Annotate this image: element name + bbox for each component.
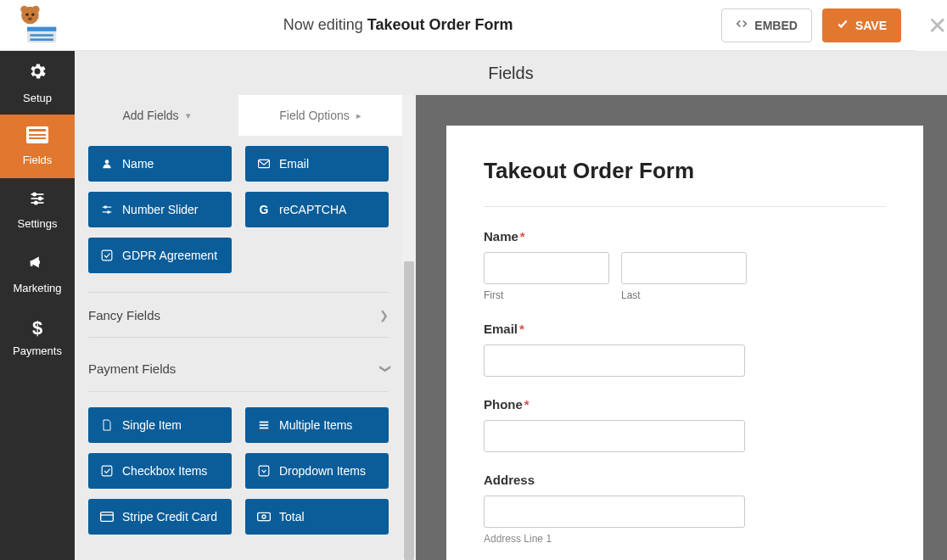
- field-label: reCAPTCHA: [279, 203, 346, 216]
- field-total[interactable]: Total: [245, 499, 389, 535]
- required-mark: *: [519, 322, 524, 336]
- field-label: Checkbox Items: [122, 464, 207, 478]
- nav-label: Setup: [23, 92, 52, 104]
- list-icon: [257, 420, 271, 430]
- svg-point-21: [105, 160, 109, 164]
- nav-settings[interactable]: Settings: [0, 178, 75, 242]
- panel-tabs: Add Fields ▾ Field Options ▸: [75, 95, 402, 136]
- form-title: Takeout Order Form: [484, 158, 886, 184]
- preview-field-address[interactable]: Address Address Line 1: [484, 473, 886, 545]
- chevron-right-icon: ❯: [379, 309, 389, 322]
- svg-point-17: [33, 193, 36, 195]
- field-label: Address: [484, 473, 886, 487]
- field-label: Single Item: [122, 418, 182, 432]
- field-dropdown-items[interactable]: Dropdown Items: [245, 453, 389, 489]
- svg-rect-12: [29, 134, 46, 136]
- preview-field-name[interactable]: Name* First Last: [484, 229, 886, 301]
- top-bar: Now editing Takeout Order Form EMBED SAV…: [0, 0, 916, 51]
- chevron-down-icon: ▾: [186, 110, 191, 121]
- credit-card-icon: [100, 512, 114, 522]
- check-square-icon: [100, 249, 114, 261]
- field-label: Number Slider: [122, 203, 198, 216]
- svg-rect-11: [29, 129, 46, 132]
- svg-rect-13: [29, 137, 46, 139]
- chevron-down-icon: ❮: [378, 364, 390, 373]
- group-payment-fields[interactable]: Payment Fields ❮: [88, 346, 389, 392]
- svg-rect-31: [102, 466, 112, 476]
- app-logo: [0, 5, 75, 46]
- embed-button[interactable]: EMBED: [721, 8, 812, 42]
- close-button[interactable]: ✕: [922, 10, 947, 41]
- left-nav: Setup Fields Settings Marketing $ Paymen…: [0, 51, 75, 560]
- group-label: Fancy Fields: [88, 308, 160, 322]
- nav-label: Fields: [23, 154, 53, 166]
- field-label: GDPR Agreement: [122, 249, 217, 262]
- code-icon: [736, 18, 748, 32]
- nav-label: Settings: [18, 217, 58, 230]
- field-single-item[interactable]: Single Item: [88, 407, 232, 443]
- field-name[interactable]: Name: [88, 146, 232, 182]
- group-fancy-fields[interactable]: Fancy Fields ❯: [88, 292, 389, 338]
- svg-rect-32: [259, 466, 269, 476]
- svg-point-1: [20, 5, 28, 13]
- field-multiple-items[interactable]: Multiple Items: [245, 407, 389, 443]
- nav-fields[interactable]: Fields: [0, 115, 75, 178]
- form-preview[interactable]: Takeout Order Form Name* First Last Emai…: [446, 126, 923, 560]
- field-number-slider[interactable]: Number Slider: [88, 192, 232, 227]
- tab-add-fields[interactable]: Add Fields ▾: [75, 95, 238, 136]
- field-label: Total: [279, 510, 305, 524]
- svg-rect-8: [30, 34, 53, 36]
- nav-marketing[interactable]: Marketing: [0, 242, 75, 305]
- email-input[interactable]: [484, 344, 745, 377]
- google-icon: G: [257, 203, 271, 216]
- editing-title: Now editing Takeout Order Form: [75, 16, 721, 34]
- preview-field-phone[interactable]: Phone*: [484, 397, 886, 452]
- save-button[interactable]: SAVE: [822, 8, 901, 42]
- group-label: Payment Fields: [88, 361, 176, 376]
- embed-label: EMBED: [754, 19, 798, 32]
- last-name-input[interactable]: [621, 252, 747, 284]
- first-name-input[interactable]: [484, 252, 609, 284]
- field-label: Name: [122, 157, 154, 171]
- save-label: SAVE: [855, 19, 887, 32]
- gear-icon: [27, 61, 48, 87]
- nav-payments[interactable]: $ Payments: [0, 305, 75, 369]
- tab-field-options[interactable]: Field Options ▸: [238, 95, 402, 136]
- field-label: Multiple Items: [279, 418, 352, 432]
- svg-point-4: [31, 13, 34, 15]
- fields-panel: Add Fields ▾ Field Options ▸ Name Email: [75, 95, 416, 560]
- field-gdpr[interactable]: GDPR Agreement: [88, 238, 232, 273]
- panel-scrollbar[interactable]: [402, 95, 416, 560]
- svg-point-5: [28, 17, 32, 20]
- required-mark: *: [524, 397, 530, 412]
- tab-label: Add Fields: [122, 109, 178, 122]
- svg-rect-33: [101, 512, 114, 522]
- field-stripe-cc[interactable]: Stripe Credit Card: [88, 499, 232, 535]
- user-icon: [100, 158, 114, 170]
- svg-rect-27: [102, 250, 112, 260]
- sliders-icon: [100, 204, 114, 216]
- nav-setup[interactable]: Setup: [0, 51, 75, 115]
- field-email[interactable]: Email: [245, 146, 389, 182]
- check-square-icon: [100, 465, 114, 477]
- caret-square-icon: [257, 465, 271, 477]
- top-actions: EMBED SAVE: [721, 8, 916, 42]
- svg-point-36: [262, 515, 266, 518]
- mail-icon: [257, 159, 271, 169]
- chevron-right-icon: ▸: [356, 110, 361, 121]
- form-icon: [26, 126, 48, 148]
- field-checkbox-items[interactable]: Checkbox Items: [88, 453, 232, 489]
- svg-point-2: [32, 5, 40, 13]
- address-input[interactable]: [484, 496, 745, 528]
- sublabel-first: First: [484, 289, 609, 301]
- form-name: Takeout Order Form: [367, 16, 513, 33]
- svg-rect-20: [31, 260, 33, 266]
- divider: [484, 206, 886, 207]
- scrollbar-thumb[interactable]: [404, 261, 414, 560]
- phone-input[interactable]: [484, 420, 745, 452]
- field-recaptcha[interactable]: G reCAPTCHA: [245, 192, 389, 227]
- section-header: Fields: [75, 51, 947, 95]
- preview-field-email[interactable]: Email*: [484, 322, 886, 377]
- svg-point-26: [108, 211, 109, 213]
- field-label: Email*: [484, 322, 886, 336]
